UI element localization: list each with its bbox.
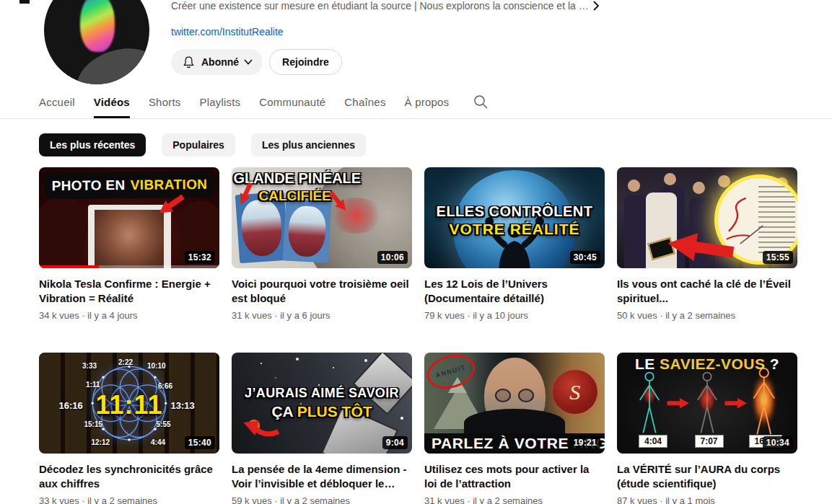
avatar-thermal-face-art	[80, 0, 115, 52]
chip-populaires[interactable]: Populaires	[162, 133, 235, 156]
video-card[interactable]: ELLES CONTRÔLENT VOTRE RÉALITÉ 30:45 Les…	[424, 167, 605, 321]
bell-icon	[181, 55, 196, 70]
thumb-text: PLUS TÔT	[297, 403, 372, 420]
thumb-time-label: 15:15	[84, 420, 103, 428]
video-thumbnail[interactable]: ELLES CONTRÔLENT VOTRE RÉALITÉ 30:45	[424, 167, 605, 268]
video-thumbnail[interactable]: 15:55	[617, 167, 797, 268]
thumb-art-brain-photo	[282, 200, 330, 264]
video-card[interactable]: GLANDE PINÉALE CALCIFIÉE 10:06 Voici pou…	[232, 167, 412, 321]
tab-a-propos[interactable]: À propos	[405, 85, 450, 118]
thumb-text: ANNUIT	[434, 364, 466, 379]
thumb-text: ELLES CONTRÔLENT	[424, 203, 605, 220]
search-icon	[473, 94, 488, 109]
chevron-right-icon[interactable]	[590, 0, 602, 12]
watch-progress-bar	[39, 265, 99, 268]
video-thumbnail[interactable]: GLANDE PINÉALE CALCIFIÉE 10:06	[232, 167, 412, 268]
video-meta: 79 k vues · il y a 10 jours	[424, 310, 605, 321]
video-card[interactable]: 15:55 Ils vous ont caché la clé de l’Éve…	[617, 167, 797, 321]
thumb-time-label: 5:55	[157, 420, 171, 428]
watch-progress-track	[39, 265, 219, 268]
channel-action-buttons: Abonné Rejoindre	[171, 49, 342, 75]
thumb-text: VOTRE RÉALITÉ	[424, 221, 605, 238]
video-card[interactable]: J’AURAIS AIMÉ SAVOIR ÇA PLUS TÔT 9:04 La…	[232, 353, 412, 504]
thumb-text: J’AURAIS AIMÉ SAVOIR	[232, 386, 412, 401]
thumb-art-aura-body-3	[743, 366, 785, 438]
duration-badge: 10:06	[377, 251, 408, 264]
duration-badge: 19:21	[570, 436, 600, 449]
duration-badge: 9:04	[382, 436, 408, 449]
video-card[interactable]: PHOTO EN VIBRATION 15:32 Nikola Tesla Co…	[39, 167, 219, 321]
channel-external-link[interactable]: twitter.com/InstitutRealite	[171, 26, 284, 37]
thumb-text: S	[569, 380, 580, 404]
thumb-text: PHOTO EN	[51, 177, 125, 194]
video-card[interactable]: ANNUIT S PARLEZ À VOTRE ARG 19:21 Utilis…	[424, 353, 605, 504]
thumb-time-label: 10:10	[147, 362, 166, 370]
video-thumbnail[interactable]: 3:33 2:22 10:10 1:11 6:66 16:16 13:13 15…	[39, 353, 219, 454]
video-title[interactable]: Utilisez ces mots pour activer la loi de…	[424, 462, 605, 491]
video-title[interactable]: Voici pourquoi votre troisième oeil est …	[232, 277, 412, 306]
thumb-text: LE SAVIEZ-VOUS ?	[617, 355, 797, 373]
video-thumbnail[interactable]: PHOTO EN VIBRATION 15:32	[39, 167, 219, 268]
chevron-down-icon	[244, 59, 253, 65]
tab-shorts[interactable]: Shorts	[149, 85, 181, 118]
video-title[interactable]: Nikola Tesla Confirme : Energie + Vibrat…	[39, 277, 219, 306]
subscribed-button[interactable]: Abonné	[171, 49, 263, 75]
channel-avatar[interactable]	[44, 0, 149, 84]
duration-badge: 15:32	[185, 251, 215, 264]
duration-badge: 30:45	[570, 251, 600, 264]
tab-communaute[interactable]: Communauté	[259, 85, 325, 118]
video-title[interactable]: La pensée de la 4eme dimension - Voir l’…	[232, 462, 412, 491]
thumb-time-label: 1:11	[86, 381, 100, 389]
join-button[interactable]: Rejoindre	[269, 49, 342, 75]
tab-playlists[interactable]: Playlists	[199, 85, 240, 118]
video-meta: 31 k vues · il y a 2 semaines	[424, 495, 605, 504]
thumb-time-label: 2:22	[118, 358, 133, 366]
video-meta: 33 k vues · il y a 2 semaines	[39, 495, 219, 504]
channel-search-button[interactable]	[473, 85, 488, 118]
thumb-text: CALCIFIÉE	[259, 188, 331, 204]
video-title[interactable]: La VÉRITÉ sur l’AURA du corps (étude sci…	[617, 462, 797, 491]
video-thumbnail[interactable]: LE SAVIEZ-VOUS ?	[617, 353, 797, 454]
thumb-art-aura-body-2	[689, 370, 725, 436]
thumb-text: ÇA PLUS TÔT	[232, 403, 412, 420]
video-thumbnail[interactable]: J’AURAIS AIMÉ SAVOIR ÇA PLUS TÔT 9:04	[232, 353, 412, 454]
tab-videos[interactable]: Vidéos	[94, 85, 130, 118]
thumb-title-banner: PHOTO EN VIBRATION	[44, 172, 214, 200]
duration-badge: 15:55	[763, 251, 793, 264]
avatar-shoulders-art	[71, 43, 149, 84]
channel-header: Créer une existence sur mesure en étudia…	[0, 0, 832, 85]
thumb-time-label: 12:12	[92, 438, 110, 446]
thumb-time-label: 6:66	[158, 382, 172, 390]
video-thumbnail[interactable]: ANNUIT S PARLEZ À VOTRE ARG 19:21	[424, 353, 605, 454]
cropped-ui-fragment	[19, 0, 30, 4]
filter-chips: Les plus récentes Populaires Les plus an…	[39, 133, 832, 156]
subscribed-button-label: Abonné	[201, 56, 239, 68]
thumb-text: 11:11	[39, 390, 219, 420]
thumb-art-glasses	[518, 389, 534, 402]
thumb-art-hand	[39, 189, 95, 268]
chip-les-plus-recentes[interactable]: Les plus récentes	[39, 133, 146, 156]
red-arrow-icon	[724, 398, 747, 409]
channel-description[interactable]: Créer une existence sur mesure en étudia…	[171, 0, 604, 12]
tab-accueil[interactable]: Accueil	[39, 85, 75, 118]
thumb-text: SAVIEZ-VOUS	[660, 355, 765, 372]
thumb-text: LE	[635, 355, 655, 372]
video-title[interactable]: Ils vous ont caché la clé de l’Éveil spi…	[617, 277, 797, 306]
thumb-art-aura-body-1	[631, 370, 667, 436]
thumb-art-frame	[88, 205, 171, 268]
red-arrow-icon	[666, 398, 689, 409]
video-title[interactable]: Les 12 Lois de l’Univers (Documentaire d…	[424, 277, 605, 306]
chip-les-plus-anciennes[interactable]: Les plus anciennes	[251, 133, 366, 156]
duration-badge: 10:34	[763, 436, 793, 449]
thumb-text: ÇA	[271, 403, 293, 420]
thumb-art-photo	[95, 210, 165, 268]
video-title[interactable]: Décodez les synchronicités grâce aux chi…	[39, 462, 219, 491]
thumb-art-stars	[232, 353, 233, 354]
video-card[interactable]: 3:33 2:22 10:10 1:11 6:66 16:16 13:13 15…	[39, 353, 219, 504]
video-meta: 34 k vues · il y a 4 jours	[39, 310, 219, 321]
tab-chaines[interactable]: Chaînes	[344, 85, 385, 118]
thumb-time-label: 4:44	[151, 438, 165, 446]
channel-tabs: Accueil Vidéos Shorts Playlists Communau…	[0, 85, 832, 119]
video-card[interactable]: LE SAVIEZ-VOUS ?	[617, 353, 797, 504]
thumb-time-label: 3:33	[82, 362, 97, 370]
